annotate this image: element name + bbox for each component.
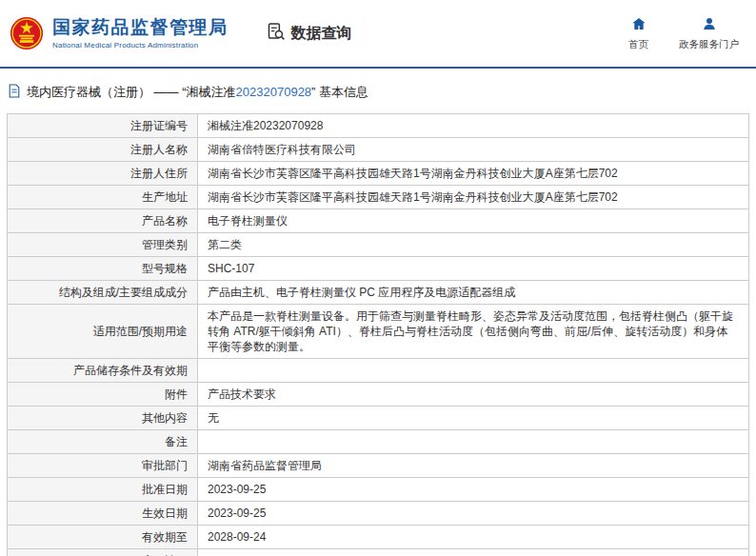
data-query-title: 数据查询	[267, 22, 352, 45]
table-row: 变更情况	[8, 549, 749, 556]
row-value: 湖南省倍特医疗科技有限公司	[198, 138, 749, 162]
table-row: 产品名称 电子脊柱测量仪	[8, 209, 749, 233]
row-value: 湖南省长沙市芙蓉区隆平高科技园雄天路1号湖南金丹科技创业大厦A座第七层702	[198, 186, 749, 209]
table-row: 批准日期 2023-09-25	[8, 478, 749, 502]
nav-portal[interactable]: 政务服务门户	[679, 16, 739, 51]
table-row: 生效日期 2023-09-25	[8, 502, 749, 526]
table-row: 有效期至 2028-09-24	[8, 526, 749, 549]
site-header: 国家药品监督管理局 National Medical Products Admi…	[0, 0, 756, 69]
row-label: 注册人名称	[8, 138, 198, 162]
row-value: 产品由主机、电子脊柱测量仪 PC 应用程序及电源适配器组成	[198, 281, 749, 305]
breadcrumb: 境内医疗器械（注册） —— “湘械注准20232070928” 基本信息	[0, 69, 756, 108]
info-table-body: 注册证编号 湘械注准20232070928 注册人名称 湖南省倍特医疗科技有限公…	[8, 114, 749, 556]
row-label: 其他内容	[8, 407, 198, 430]
table-row: 型号规格 SHC-107	[8, 257, 749, 281]
data-query-label: 数据查询	[291, 24, 352, 44]
table-row: 注册人名称 湖南省倍特医疗科技有限公司	[8, 138, 749, 162]
row-label: 备注	[8, 430, 198, 454]
row-label: 管理类别	[8, 233, 198, 257]
row-label: 注册证编号	[8, 114, 198, 138]
org-name-en: National Medical Products Administration	[52, 41, 229, 50]
row-value: 产品技术要求	[198, 383, 749, 407]
home-icon	[631, 16, 647, 35]
row-label: 变更情况	[8, 549, 198, 556]
row-value: 电子脊柱测量仪	[198, 209, 749, 233]
breadcrumb-text: 境内医疗器械（注册） —— “湘械注准20232070928” 基本信息	[27, 84, 368, 101]
info-table: 注册证编号 湘械注准20232070928 注册人名称 湖南省倍特医疗科技有限公…	[7, 113, 749, 556]
row-value: SHC-107	[198, 257, 749, 281]
row-value: 湘械注准20232070928	[198, 114, 749, 138]
row-value: 本产品是一款脊柱测量设备。用于筛查与测量脊柱畸形、姿态异常及活动度范围，包括脊柱…	[198, 305, 749, 359]
row-label: 有效期至	[8, 526, 198, 549]
table-row: 审批部门 湖南省药品监督管理局	[8, 454, 749, 478]
data-query-icon	[267, 22, 286, 45]
row-label: 产品储存条件及有效期	[8, 359, 198, 383]
org-title-block: 国家药品监督管理局 National Medical Products Admi…	[52, 17, 229, 50]
org-name-cn: 国家药品监督管理局	[52, 17, 229, 38]
row-value: 2023-09-25	[198, 478, 749, 502]
breadcrumb-reg-number: 20232070928	[236, 85, 312, 99]
breadcrumb-suffix: ” 基本信息	[311, 85, 368, 99]
row-label: 适用范围/预期用途	[8, 305, 198, 359]
row-label: 批准日期	[8, 478, 198, 502]
breadcrumb-section: 境内医疗器械（注册） —— “湘械注准	[27, 85, 236, 99]
row-value: 2028-09-24	[198, 526, 749, 549]
table-row: 适用范围/预期用途 本产品是一款脊柱测量设备。用于筛查与测量脊柱畸形、姿态异常及…	[8, 305, 749, 359]
document-icon	[8, 84, 21, 101]
row-value: 2023-09-25	[198, 502, 749, 526]
national-emblem-icon	[10, 16, 44, 50]
row-label: 审批部门	[8, 454, 198, 478]
row-label: 生效日期	[8, 502, 198, 526]
page: 国家药品监督管理局 National Medical Products Admi…	[0, 0, 756, 556]
table-row: 附件 产品技术要求	[8, 383, 749, 407]
row-label: 型号规格	[8, 257, 198, 281]
table-row: 生产地址 湖南省长沙市芙蓉区隆平高科技园雄天路1号湖南金丹科技创业大厦A座第七层…	[8, 186, 749, 209]
table-row: 其他内容 无	[8, 407, 749, 430]
row-value: 第二类	[198, 233, 749, 257]
table-row: 备注	[8, 430, 749, 454]
row-value	[198, 430, 749, 454]
row-label: 注册人住所	[8, 162, 198, 186]
row-value	[198, 549, 749, 556]
row-label: 生产地址	[8, 186, 198, 209]
row-value	[198, 359, 749, 383]
row-label: 结构及组成/主要组成成分	[8, 281, 198, 305]
row-value: 湖南省长沙市芙蓉区隆平高科技园雄天路1号湖南金丹科技创业大厦A座第七层702	[198, 162, 749, 186]
row-value: 湖南省药品监督管理局	[198, 454, 749, 478]
nav-home[interactable]: 首页	[628, 16, 648, 51]
row-label: 产品名称	[8, 209, 198, 233]
table-row: 管理类别 第二类	[8, 233, 749, 257]
table-row: 产品储存条件及有效期	[8, 359, 749, 383]
table-row: 注册证编号 湘械注准20232070928	[8, 114, 749, 138]
row-label: 附件	[8, 383, 198, 407]
nav-home-label: 首页	[628, 38, 648, 51]
row-value: 无	[198, 407, 749, 430]
user-icon	[702, 16, 717, 35]
nav-portal-label: 政务服务门户	[679, 38, 739, 51]
table-row: 注册人住所 湖南省长沙市芙蓉区隆平高科技园雄天路1号湖南金丹科技创业大厦A座第七…	[8, 162, 749, 186]
table-row: 结构及组成/主要组成成分 产品由主机、电子脊柱测量仪 PC 应用程序及电源适配器…	[8, 281, 749, 305]
